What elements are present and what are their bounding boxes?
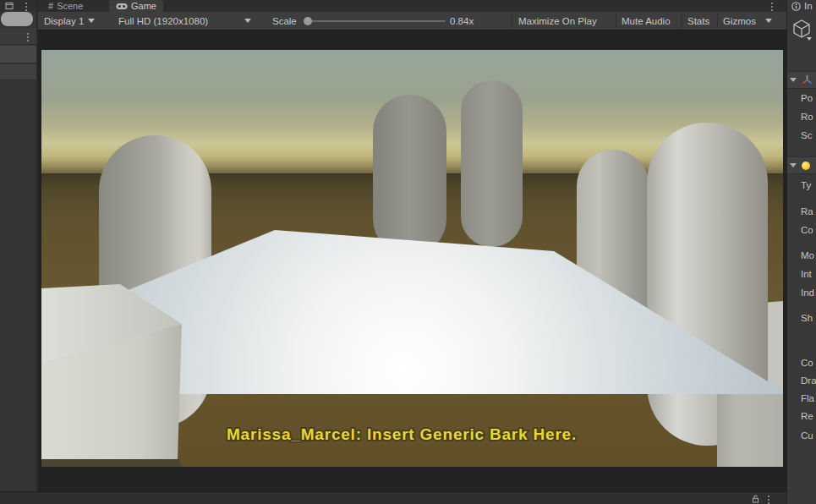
toolbar-separator xyxy=(512,14,512,28)
box-front-right xyxy=(717,394,783,467)
tab-game[interactable]: Game xyxy=(109,0,163,12)
property-label-type: Ty xyxy=(801,180,811,190)
property-label-position: Po xyxy=(801,93,813,103)
chevron-down-icon xyxy=(88,19,95,23)
toolbar-separator xyxy=(616,14,616,28)
game-render-viewport[interactable]: Marissa_Marcel: Insert Generic Bark Here… xyxy=(41,50,783,467)
list-item[interactable] xyxy=(0,28,38,45)
inspector-panel: In Po Ro Sc Ty Ra Co Mo Int Ind Sh xyxy=(786,0,816,504)
kebab-menu-icon[interactable] xyxy=(26,32,30,42)
left-panel-sliver xyxy=(0,0,38,504)
display-dropdown[interactable]: Display 1 xyxy=(44,12,95,30)
scale-slider-track[interactable] xyxy=(310,20,446,22)
bottom-pane-header xyxy=(0,491,786,504)
game-render: Marissa_Marcel: Insert Generic Bark Here… xyxy=(41,50,783,467)
chevron-down-icon xyxy=(244,19,251,23)
list-item[interactable] xyxy=(0,64,38,80)
info-icon xyxy=(791,2,801,11)
maximize-on-play-button[interactable]: Maximize On Play xyxy=(518,12,597,30)
unity-editor-window: # Scene Game Display 1 Full HD (1920x108… xyxy=(0,0,816,504)
resolution-dropdown[interactable]: Full HD (1920x1080) xyxy=(118,12,251,30)
foldout-arrow-icon[interactable] xyxy=(790,163,797,167)
chevron-down-icon xyxy=(807,37,812,41)
list-item[interactable] xyxy=(0,46,38,63)
window-dock-icon[interactable] xyxy=(5,2,14,10)
subtitle-text: Marissa_Marcel: Insert Generic Bark Here… xyxy=(227,425,577,443)
capsule-mid-right xyxy=(461,80,523,247)
property-label-cookie: Co xyxy=(801,358,813,368)
tab-scene-label: Scene xyxy=(57,1,83,11)
property-label-color: Co xyxy=(801,225,813,235)
scene-icon: # xyxy=(48,1,53,11)
tab-bar: # Scene Game xyxy=(38,0,786,12)
game-view-pane: # Scene Game Display 1 Full HD (1920x108… xyxy=(38,0,786,491)
tab-inspector-label: In xyxy=(804,1,813,11)
property-label-indirect: Ind xyxy=(801,288,814,298)
gamepad-icon xyxy=(116,3,128,10)
toolbar-separator xyxy=(682,14,682,28)
property-label-scale: Sc xyxy=(801,130,812,140)
light-bulb-icon xyxy=(802,162,810,170)
capsule-mid-left xyxy=(373,95,446,255)
cube-icon[interactable] xyxy=(792,19,813,41)
property-label-shadow: Sh xyxy=(801,313,813,323)
cube-left-shadow xyxy=(41,459,182,467)
property-label-cullingmask: Cu xyxy=(801,430,813,441)
light-component-header[interactable] xyxy=(787,156,816,174)
kebab-menu-icon[interactable] xyxy=(767,495,770,504)
transform-tool-icon xyxy=(802,74,813,85)
gizmos-dropdown[interactable]: Gizmos xyxy=(723,12,772,30)
property-label-range: Ra xyxy=(801,206,813,216)
tab-scene[interactable]: # Scene xyxy=(41,0,90,12)
search-field-clipped[interactable] xyxy=(1,12,33,26)
chevron-down-icon xyxy=(765,19,772,23)
property-label-intensity: Int xyxy=(801,269,812,279)
property-label-mode: Mo xyxy=(801,250,814,260)
stats-button[interactable]: Stats xyxy=(687,12,709,30)
property-label-rendermode: Re xyxy=(801,411,813,421)
scale-slider-handle[interactable] xyxy=(304,17,312,25)
kebab-menu-icon[interactable] xyxy=(770,2,774,12)
property-label-drawhalo: Dra xyxy=(801,375,816,386)
display-dropdown-label: Display 1 xyxy=(44,16,84,26)
game-toolbar: Display 1 Full HD (1920x1080) Scale 0.84… xyxy=(38,12,786,30)
tab-game-label: Game xyxy=(131,1,156,11)
transform-component-header[interactable] xyxy=(787,71,816,89)
toolbar-separator xyxy=(717,14,718,28)
tab-inspector[interactable]: In xyxy=(787,0,816,12)
property-label-flare: Fla xyxy=(801,393,814,403)
kebab-menu-icon[interactable] xyxy=(25,2,28,12)
resolution-dropdown-label: Full HD (1920x1080) xyxy=(118,16,208,26)
scale-value: 0.84x xyxy=(450,12,474,30)
mute-audio-button[interactable]: Mute Audio xyxy=(622,12,671,30)
lock-icon[interactable] xyxy=(752,495,759,503)
scale-label: Scale xyxy=(272,12,297,30)
property-label-rotation: Ro xyxy=(801,112,813,122)
foldout-arrow-icon[interactable] xyxy=(790,78,797,82)
